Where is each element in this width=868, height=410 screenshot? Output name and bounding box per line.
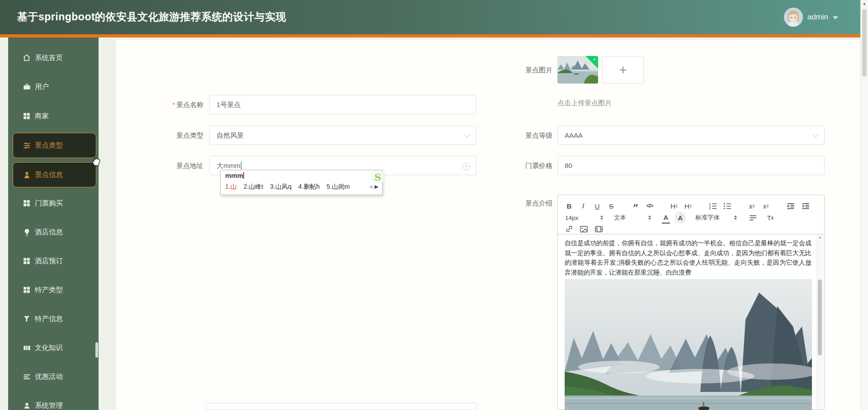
ordered-list-button[interactable] [708, 200, 717, 211]
font-size-picker[interactable]: 14px [565, 214, 603, 221]
sidebar-item-hotel-info[interactable]: 酒店信息 [8, 218, 99, 247]
underline-button[interactable]: U [593, 200, 601, 211]
sidebar-item-users[interactable]: 用户 [8, 72, 99, 101]
sidebar-item-label: 优惠活动 [35, 372, 63, 382]
page-scrollbar-thumb[interactable] [862, 9, 867, 77]
toolbar-divider [558, 234, 824, 234]
updown-icon [648, 215, 651, 220]
clear-icon[interactable]: ✕ [462, 163, 470, 170]
sidebar-item-label: 商家 [35, 112, 49, 121]
superscript-button[interactable]: x2 [762, 200, 770, 211]
editor-toolbar-row1: B I U S ” </> H1 H2 x2 x2 [565, 199, 810, 213]
sidebar-item-merchants[interactable]: 商家 [8, 102, 99, 130]
user-menu[interactable]: admin [784, 6, 838, 28]
ticket-icon [22, 343, 31, 352]
indent-button[interactable] [801, 200, 810, 211]
ime-candidate[interactable]: 1.山 [225, 183, 237, 191]
editor-content-image[interactable] [565, 279, 812, 410]
sidebar-item-spot-types[interactable]: 景点类型 [13, 133, 96, 158]
sidebar-item-promotions[interactable]: 优惠活动 [8, 362, 99, 391]
link-button[interactable] [565, 224, 573, 234]
ime-popup: mmm 1.山 2.山峰t 3.山风q 4.删帖h 5.山岗m ◀▶ S [220, 170, 382, 195]
sidebar-item-culture-knowledge[interactable]: 文化知识 [8, 333, 99, 362]
scroll-up-icon[interactable]: ▲ [861, 1, 868, 6]
text-color-button[interactable]: A [662, 212, 670, 224]
insert-image-button[interactable] [580, 224, 588, 234]
sidebar-item-label: 门票购买 [35, 199, 63, 208]
editor-content-text[interactable]: 自信是成功的前提，你拥有自信，就拥有成功的一半机会。相信自己是最棒的就一定会成就… [565, 238, 811, 277]
grid-icon [22, 199, 31, 208]
app-root: 基于springboot的依安县文化旅游推荐系统的设计与实现 admin ▲ [0, 0, 868, 410]
form-card: *景点名称 1号景点 景点类型 自然风景 景点地址 大mmm ✕ mmm 1.山… [116, 40, 860, 410]
ime-caret [243, 172, 244, 179]
sidebar-item-label: 系统首页 [35, 53, 63, 63]
heading2-button[interactable]: H2 [684, 200, 692, 211]
ime-prev-icon[interactable]: ◀ [369, 184, 373, 189]
list-icon [22, 372, 31, 381]
editor-scrollbar-thumb[interactable] [818, 280, 822, 355]
ime-next-icon[interactable]: ▶ [375, 184, 378, 189]
field-label-image: 景点图片 [476, 65, 552, 75]
font-family-picker[interactable]: 标准字体 [695, 214, 737, 222]
sidebar-item-specialty-info[interactable]: 特产信息 [8, 304, 99, 333]
name-input-value: 1号景点 [217, 101, 241, 108]
check-icon: ✓ [593, 56, 597, 62]
type-select[interactable]: 自然风景 [209, 126, 476, 145]
code-button[interactable]: </> [646, 200, 654, 211]
text-caret [241, 162, 241, 169]
updown-icon [600, 215, 603, 220]
price-input[interactable]: 80 [557, 156, 825, 175]
field-label-type: 景点类型 [127, 131, 203, 140]
header-style-picker[interactable]: 文本 [614, 214, 651, 222]
page-title: 基于springboot的依安县文化旅游推荐系统的设计与实现 [17, 10, 286, 24]
grade-select-value: AAAA [565, 131, 583, 139]
italic-button[interactable]: I [579, 200, 587, 211]
sidebar-item-hotel-booking[interactable]: 酒店预订 [8, 247, 99, 275]
grade-select[interactable]: AAAA [557, 126, 825, 145]
align-button[interactable] [749, 212, 757, 223]
bullet-list-button[interactable] [723, 200, 731, 211]
sidebar-item-specialty-types[interactable]: 特产类型 [8, 275, 99, 304]
sidebar-item-label: 景点信息 [35, 170, 63, 180]
sidebar-item-home[interactable]: 系统首页 [8, 43, 99, 72]
user-icon [22, 170, 31, 179]
address-input-value: 大mmm [217, 162, 241, 169]
highlight-color-button[interactable]: A [675, 212, 685, 223]
clear-format-button[interactable]: Tx [766, 212, 774, 223]
username[interactable]: admin [807, 13, 828, 22]
uploaded-image-thumbnail[interactable]: ✓ [557, 56, 598, 84]
bottom-partial-input[interactable] [206, 403, 477, 410]
sidebar-item-label: 景点类型 [35, 141, 63, 150]
editor-toolbar-row3 [565, 224, 603, 234]
sidebar-item-ticket-purchase[interactable]: 门票购买 [8, 189, 99, 218]
avatar[interactable] [784, 8, 803, 27]
insert-video-button[interactable] [594, 224, 603, 234]
heading1-button[interactable]: H1 [670, 200, 678, 211]
bold-button[interactable]: B [565, 200, 573, 211]
sidebar-item-label: 文化知识 [35, 343, 63, 353]
sidebar-item-spot-info[interactable]: 景点信息 [13, 162, 96, 187]
ime-candidate[interactable]: 2.山峰t [244, 183, 264, 191]
sidebar-item-system-admin[interactable]: 系统管理 [8, 391, 99, 410]
ime-candidate[interactable]: 3.山风q [270, 183, 291, 191]
editor-scrollbar[interactable]: ▲ [816, 234, 823, 410]
ime-candidate[interactable]: 5.山岗m [326, 183, 349, 191]
add-image-button[interactable]: + [602, 56, 644, 84]
page-scrollbar[interactable]: ▲ [860, 0, 868, 410]
sidebar-item-label: 酒店信息 [35, 228, 63, 237]
name-input[interactable]: 1号景点 [209, 95, 476, 114]
ime-pager: ◀▶ [369, 184, 378, 190]
sidebar-scrollbar-thumb[interactable] [95, 342, 98, 358]
field-label-intro: 景点介绍 [476, 199, 552, 208]
chevron-down-icon [833, 16, 838, 19]
grid-icon [22, 112, 31, 121]
subscript-button[interactable]: x2 [748, 200, 756, 211]
accent-bar [0, 34, 861, 37]
strikethrough-button[interactable]: S [607, 200, 615, 211]
sogou-logo-icon: S [372, 171, 384, 183]
outdent-button[interactable] [786, 200, 795, 211]
scroll-up-icon[interactable]: ▲ [817, 235, 823, 239]
blockquote-button[interactable]: ” [632, 199, 640, 213]
ime-candidate[interactable]: 4.删帖h [298, 183, 320, 191]
avatar-image [784, 8, 803, 27]
